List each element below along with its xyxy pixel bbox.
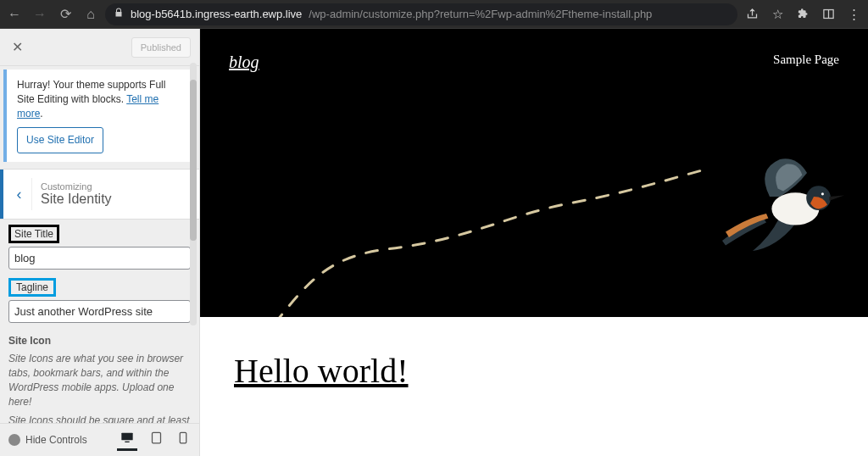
back-arrow-icon[interactable]: ‹ [7,178,32,210]
browser-right-icons: ☆ ⋮ [744,7,861,22]
lock-icon [114,8,124,20]
collapse-icon [8,434,20,446]
fse-notice: Hurray! Your theme supports Full Site Ed… [3,70,196,162]
device-preview-buttons [117,429,191,451]
star-icon[interactable]: ☆ [770,7,785,22]
menu-icon[interactable]: ⋮ [846,7,861,22]
site-icon-heading: Site Icon [8,335,191,347]
url-host: blog-b5641b.ingress-earth.ewp.live [131,8,302,20]
hide-controls-button[interactable]: Hide Controls [8,434,87,446]
svg-rect-2 [121,433,132,441]
home-icon[interactable]: ⌂ [83,7,98,22]
back-icon[interactable]: ← [7,7,22,22]
browser-toolbar: ← → ⟳ ⌂ blog-b5641b.ingress-earth.ewp.li… [0,0,868,29]
svg-point-8 [821,192,824,195]
customizer-sidebar: ✕ Published Hurray! Your theme supports … [0,29,200,456]
customizing-label: Customizing [41,181,112,192]
publish-button[interactable]: Published [131,37,191,58]
site-icon-description-1: Site Icons are what you see in browser t… [8,352,191,409]
tablet-icon[interactable] [147,429,165,451]
site-preview: blog Sample Page [200,29,868,456]
svg-rect-3 [125,442,129,442]
extensions-icon[interactable] [795,7,810,22]
bird-illustration [715,156,851,258]
tagline-input[interactable] [8,300,191,323]
url-path: /wp-admin/customize.php?return=%2Fwp-adm… [309,8,652,20]
form-area: Site Title Tagline Site Icon Site Icons … [0,220,199,423]
preview-site-title[interactable]: blog [229,53,259,72]
customizer-app: ✕ Published Hurray! Your theme supports … [0,29,868,456]
hero-section: blog Sample Page [200,29,868,317]
site-title-label: Site Title [8,225,59,243]
address-bar[interactable]: blog-b5641b.ingress-earth.ewp.live /wp-a… [105,3,737,25]
sidebar-scrollbar[interactable] [190,63,197,325]
active-section-indicator [0,170,3,219]
menu-sample-page[interactable]: Sample Page [773,53,839,72]
sidebar-header: ✕ Published [0,29,199,66]
forward-icon[interactable]: → [32,7,47,22]
section-title: Site Identity [41,192,112,207]
share-icon[interactable] [744,7,760,22]
scrollbar-thumb[interactable] [190,80,197,241]
svg-rect-5 [180,432,186,443]
use-site-editor-button[interactable]: Use Site Editor [17,127,103,153]
sidebar-footer: Hide Controls [0,423,199,456]
site-title-input[interactable] [8,247,191,270]
desktop-icon[interactable] [117,429,137,451]
window-icon[interactable] [821,7,836,22]
section-header: ‹ Customizing Site Identity [0,169,199,220]
browser-nav-buttons: ← → ⟳ ⌂ [7,7,98,22]
post-title-link[interactable]: Hello world! [234,351,834,391]
site-header: blog Sample Page [200,29,868,72]
close-icon[interactable]: ✕ [8,36,26,58]
reload-icon[interactable]: ⟳ [58,7,73,22]
mobile-icon[interactable] [175,429,191,451]
site-icon-description-2: Site Icons should be square and at least… [8,414,191,423]
dashed-trail-graphic [251,122,709,317]
hide-controls-label: Hide Controls [25,434,87,446]
svg-rect-4 [153,432,161,443]
post-content: Hello world! [200,317,868,425]
tagline-label: Tagline [8,278,56,297]
site-icon-desc-part-a: Site Icons should be square and at least [8,414,189,423]
